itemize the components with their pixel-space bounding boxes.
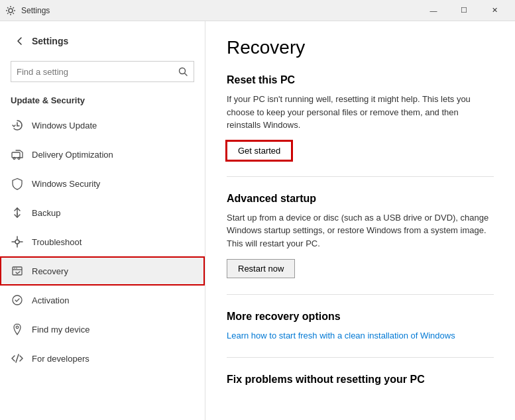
minimize-button[interactable]: — — [418, 0, 449, 21]
main-content: Recovery Reset this PC If your PC isn't … — [205, 21, 515, 420]
svg-point-17 — [14, 268, 15, 269]
svg-point-18 — [16, 268, 17, 269]
search-box[interactable] — [11, 61, 194, 82]
maximize-button[interactable]: ☐ — [449, 0, 479, 21]
titlebar: Settings — ☐ ✕ — [0, 0, 515, 21]
svg-point-14 — [15, 240, 19, 244]
delivery-icon — [11, 148, 24, 161]
sidebar-item-label: Backup — [32, 208, 60, 218]
divider-1 — [227, 176, 494, 177]
search-input[interactable] — [11, 67, 172, 77]
sidebar-item-for-developers[interactable]: For developers — [0, 344, 205, 373]
settings-icon — [5, 5, 16, 16]
app-body: Settings Update & Security — [0, 21, 515, 420]
sidebar-item-find-my-device[interactable]: Find my device — [0, 315, 205, 344]
more-recovery-section: More recovery options Learn how to start… — [227, 311, 494, 341]
svg-line-21 — [16, 354, 19, 362]
sidebar: Settings Update & Security — [0, 21, 205, 420]
advanced-startup-title: Advanced startup — [227, 193, 494, 205]
search-icon — [172, 61, 194, 82]
page-title: Recovery — [227, 37, 494, 58]
divider-3 — [227, 357, 494, 358]
sidebar-item-label: Windows Update — [32, 121, 97, 131]
sidebar-item-label: Delivery Optimization — [32, 150, 113, 160]
titlebar-title: Settings — [21, 6, 418, 15]
advanced-startup-desc: Start up from a device or disc (such as … — [227, 211, 494, 250]
get-started-button[interactable]: Get started — [227, 141, 292, 160]
sidebar-item-backup[interactable]: Backup — [0, 198, 205, 227]
more-recovery-title: More recovery options — [227, 311, 494, 323]
developers-icon — [11, 352, 24, 365]
recovery-icon — [11, 264, 24, 278]
sidebar-app-title: Settings — [32, 36, 68, 46]
sidebar-header: Settings — [0, 21, 205, 56]
sidebar-item-label: Windows Security — [32, 179, 100, 189]
sidebar-item-windows-update[interactable]: Windows Update — [0, 111, 205, 140]
svg-point-20 — [16, 326, 19, 329]
svg-point-19 — [13, 295, 22, 305]
sidebar-item-label: Recovery — [32, 266, 68, 276]
clean-install-link[interactable]: Learn how to start fresh with a clean in… — [227, 331, 455, 341]
titlebar-controls: — ☐ ✕ — [418, 0, 510, 21]
sidebar-item-recovery[interactable]: Recovery — [0, 256, 205, 286]
back-icon — [16, 37, 24, 45]
advanced-startup-section: Advanced startup Start up from a device … — [227, 193, 494, 279]
restart-now-button[interactable]: Restart now — [227, 259, 295, 278]
backup-icon — [11, 206, 24, 219]
fix-problems-title: Fix problems without resetting your PC — [227, 374, 494, 386]
divider-2 — [227, 294, 494, 295]
svg-rect-5 — [12, 152, 20, 158]
back-button[interactable] — [11, 32, 29, 50]
sidebar-item-label: Troubleshoot — [32, 237, 82, 247]
svg-point-7 — [18, 158, 20, 160]
sidebar-item-windows-security[interactable]: Windows Security — [0, 169, 205, 198]
update-icon — [11, 119, 24, 132]
sidebar-item-label: Find my device — [32, 325, 89, 335]
close-button[interactable]: ✕ — [479, 0, 510, 21]
sidebar-item-activation[interactable]: Activation — [0, 286, 205, 315]
svg-line-2 — [185, 74, 188, 76]
sidebar-item-delivery-optimization[interactable]: Delivery Optimization — [0, 140, 205, 169]
find-icon — [11, 323, 24, 336]
sidebar-item-troubleshoot[interactable]: Troubleshoot — [0, 227, 205, 256]
fix-problems-section: Fix problems without resetting your PC — [227, 374, 494, 386]
reset-pc-title: Reset this PC — [227, 74, 494, 86]
reset-pc-desc: If your PC isn't running well, resetting… — [227, 93, 494, 132]
sidebar-section-title: Update & Security — [0, 93, 205, 111]
sidebar-item-label: For developers — [32, 354, 89, 364]
sidebar-item-label: Activation — [32, 295, 69, 305]
reset-pc-section: Reset this PC If your PC isn't running w… — [227, 74, 494, 160]
svg-point-0 — [9, 9, 13, 13]
security-icon — [11, 177, 24, 190]
activation-icon — [11, 293, 24, 307]
svg-point-6 — [13, 158, 15, 160]
troubleshoot-icon — [11, 235, 24, 248]
